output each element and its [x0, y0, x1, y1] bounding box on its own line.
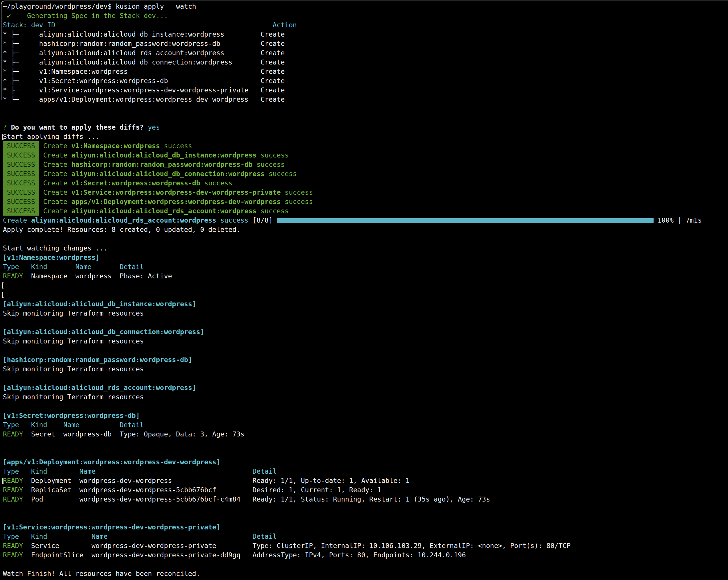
- text-segment: Skip monitoring Terraform resources: [3, 309, 144, 317]
- column-spacer: [232, 58, 260, 66]
- progress-count: [8/8]: [253, 217, 277, 224]
- text-segment: Create: [43, 170, 71, 177]
- text-segment: Create: [43, 161, 71, 168]
- text-segment: Create: [43, 179, 71, 187]
- column-spacer: [96, 468, 253, 475]
- text-segment: aliyun:alicloud:alicloud_db_connection:w…: [71, 170, 265, 177]
- shell-prompt-line: [~/playground/wordpress/dev$: [3, 578, 728, 580]
- column-spacer: [172, 477, 253, 485]
- text-segment: Create: [43, 198, 71, 205]
- text-segment: Ready: 1/1, Status: Running, Restart: 1 …: [253, 495, 490, 503]
- skip-monitoring-line: Skip monitoring Terraform resources: [3, 309, 728, 318]
- plan-resource-row: * └─ apps/v1:Deployment:wordpress:wordpr…: [3, 95, 728, 104]
- text-segment: Watch Finish! All resources have been re…: [3, 570, 200, 577]
- text-segment: Create: [260, 58, 285, 66]
- watch-section-header: [aliyun:alicloud:alicloud_db_instance:wo…: [3, 299, 728, 309]
- stray-bracket-line: [: [3, 281, 728, 290]
- blank-line: [3, 234, 728, 244]
- skip-monitoring-line: Skip monitoring Terraform resources: [3, 392, 728, 402]
- text-segment: Create: [260, 95, 285, 103]
- watch-table-header: Type Kind Name Detail: [3, 467, 728, 476]
- text-segment: [v1:Namespace:wordpress]: [3, 254, 99, 261]
- watch-section-header: [aliyun:alicloud:alicloud_rds_account:wo…: [3, 383, 728, 392]
- text-segment: Generating Spec in the Stack dev...: [11, 12, 168, 20]
- watch-status-row: READY Secret wordpress-db Type: Opaque, …: [3, 430, 728, 439]
- text-segment: Create: [43, 189, 71, 196]
- blank-line: [3, 113, 728, 122]
- column-spacer: [249, 95, 261, 103]
- text-segment: Do you want to apply these diffs?: [7, 123, 148, 131]
- text-segment: Create: [260, 77, 285, 85]
- text-segment: Type Kind Name: [3, 533, 108, 540]
- text-segment: Ready: 1/1, Up-to-date: 1, Available: 1: [253, 477, 410, 485]
- ready-status: READY: [3, 477, 23, 485]
- text-segment: hashicorp:random:random_password:wordpre…: [71, 161, 252, 168]
- text-segment: aliyun:alicloud:alicloud_rds_account:wor…: [31, 217, 216, 224]
- success-badge: SUCCESS: [3, 160, 39, 169]
- ready-status: READY: [3, 272, 23, 280]
- text-segment: * ├─ hashicorp:random:random_password:wo…: [3, 40, 220, 47]
- text-segment: Create: [260, 49, 285, 57]
- plan-resource-row: * ├─ aliyun:alicloud:alicloud_rds_accoun…: [3, 48, 728, 58]
- confirm-answer: yes: [148, 123, 160, 131]
- blank-line: [3, 504, 728, 513]
- text-segment: v1:Secret:wordpress:wordpress-db: [71, 179, 200, 187]
- apply-success-row: SUCCESS Create v1:Secret:wordpress:wordp…: [3, 178, 728, 188]
- terminal[interactable]: ~/playground/wordpress/dev$ kusion apply…: [0, 0, 728, 580]
- text-segment: Create: [260, 86, 285, 94]
- text-segment: success: [281, 198, 313, 205]
- text-segment: aliyun:alicloud:alicloud_rds_account:wor…: [71, 207, 256, 215]
- text-segment: [39, 207, 43, 215]
- column-spacer: [240, 551, 253, 559]
- ready-status: READY: [3, 495, 23, 503]
- skip-monitoring-line: Skip monitoring Terraform resources: [3, 336, 728, 346]
- text-segment: AddressType: IPv4, Ports: 80, Endpoints:…: [253, 551, 466, 559]
- text-segment: Deployment wordpress-dev-wordpress: [23, 477, 172, 485]
- shell-command-line: ~/playground/wordpress/dev$ kusion apply…: [3, 2, 728, 11]
- watch-status-row: READY Pod wordpress-dev-wordpress-5cbb67…: [3, 495, 728, 504]
- text-segment: [v1:Service:wordpress:wordpress-dev-word…: [3, 523, 220, 531]
- stray-bracket: [: [1, 290, 5, 299]
- apply-success-row: SUCCESS Create v1:Service:wordpress:word…: [3, 188, 728, 197]
- progress-bar: [277, 218, 654, 223]
- text-segment: * ├─ v1:Namespace:wordpress: [3, 68, 128, 75]
- text-segment: * ├─ v1:Service:wordpress:wordpress-dev-…: [3, 86, 249, 94]
- text-segment: [39, 161, 43, 168]
- text-segment: Service wordpress-dev-wordpress-private: [23, 542, 216, 550]
- text-segment: Create: [43, 207, 71, 215]
- text-segment: success: [256, 151, 289, 159]
- text-segment: [39, 151, 43, 159]
- watch-section-header: [v1:Service:wordpress:wordpress-dev-word…: [3, 522, 728, 532]
- watch-status-row: READY Service wordpress-dev-wordpress-pr…: [3, 541, 728, 550]
- blank-line: [3, 374, 728, 383]
- blank-line: [3, 448, 728, 458]
- start-applying-line: [Start applying diffs ...: [3, 132, 728, 141]
- apply-success-row: SUCCESS Create hashicorp:random:random_p…: [3, 160, 728, 169]
- text-segment: Type: ClusterIP, InternalIP: 10.106.103.…: [253, 542, 571, 550]
- text-segment: Skip monitoring Terraform resources: [3, 393, 144, 401]
- text-segment: Type Kind Name: [3, 468, 96, 475]
- ready-status: READY: [3, 542, 23, 550]
- watch-finish-line: Watch Finish! All resources have been re…: [3, 569, 728, 578]
- text-segment: success: [200, 179, 233, 187]
- text-segment: Start watching changes ...: [3, 244, 108, 252]
- apply-success-row: SUCCESS Create aliyun:alicloud:alicloud_…: [3, 206, 728, 216]
- column-spacer: [55, 21, 273, 29]
- apply-success-row: SUCCESS Create v1:Namespace:wordpress su…: [3, 141, 728, 150]
- text-segment: Create: [260, 40, 285, 47]
- text-segment: Desired: 1, Current: 1, Ready: 1: [253, 486, 382, 494]
- text-segment: apps/v1:Deployment:wordpress:wordpress-d…: [71, 198, 281, 205]
- text-segment: Start applying diffs ...: [3, 133, 99, 140]
- column-spacer: [225, 49, 261, 57]
- text-segment: Detail: [253, 533, 277, 540]
- text-segment: [39, 170, 43, 177]
- text-segment: [39, 198, 43, 205]
- watch-section-header: [aliyun:alicloud:alicloud_db_connection:…: [3, 327, 728, 336]
- column-spacer: [225, 30, 261, 38]
- blank-line: [3, 560, 728, 569]
- text-segment: * ├─ aliyun:alicloud:alicloud_db_connect…: [3, 58, 232, 66]
- success-badge: SUCCESS: [3, 141, 39, 150]
- text-segment: * ├─ aliyun:alicloud:alicloud_db_instanc…: [3, 30, 225, 38]
- column-spacer: [249, 86, 261, 94]
- text-segment: [39, 142, 43, 150]
